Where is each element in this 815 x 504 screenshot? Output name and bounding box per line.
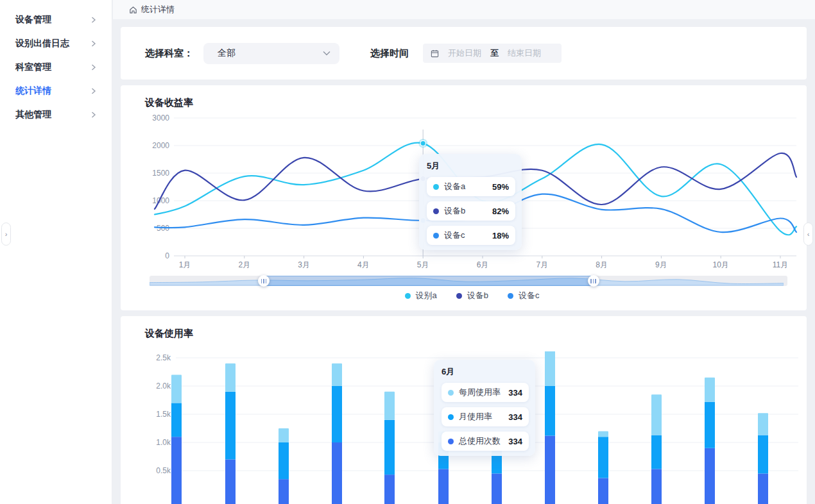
svg-text:9月: 9月 <box>655 260 667 269</box>
svg-text:1.0k: 1.0k <box>156 438 171 447</box>
svg-text:11月: 11月 <box>773 260 788 269</box>
date-start-placeholder[interactable]: 开始日期 <box>448 47 481 59</box>
series-dot <box>448 390 454 396</box>
svg-text:8月: 8月 <box>596 260 608 269</box>
sidebar-item-label: 其他管理 <box>15 109 51 121</box>
series-value: 82% <box>492 206 509 216</box>
chevron-right-icon <box>91 88 96 94</box>
home-icon[interactable] <box>129 6 137 14</box>
chevron-left-icon: ‹ <box>807 230 810 238</box>
chevron-down-icon <box>323 51 330 56</box>
tooltip-row: 月使用率 334 <box>442 407 529 426</box>
sidebar-item[interactable]: 统计详情 <box>0 79 112 103</box>
svg-text:0: 0 <box>165 251 169 260</box>
legend-dot <box>456 293 462 299</box>
legend-item[interactable]: 设别a <box>405 290 437 301</box>
svg-text:2000: 2000 <box>152 141 169 150</box>
series-label: 每周使用率 <box>459 387 501 398</box>
svg-text:0.5k: 0.5k <box>156 466 171 475</box>
series-label: 月使用率 <box>459 411 492 423</box>
svg-text:6月: 6月 <box>477 260 489 269</box>
series-value: 59% <box>492 182 509 192</box>
tooltip-row: 设备a 59% <box>427 177 515 196</box>
series-value: 334 <box>508 437 522 446</box>
date-end-placeholder[interactable]: 结束日期 <box>508 47 541 59</box>
chart-legend: 设别a 设备b 设备c <box>145 290 799 301</box>
datazoom-right-handle[interactable] <box>588 275 599 287</box>
legend-label: 设别a <box>416 290 437 301</box>
revenue-tooltip: 5月 设备a 59% 设备b 82% 设备c 18% <box>419 154 522 250</box>
svg-text:5月: 5月 <box>417 260 429 269</box>
revenue-chart-title: 设备收益率 <box>145 97 799 109</box>
svg-text:3000: 3000 <box>152 113 169 122</box>
sidebar-item-label: 统计详情 <box>15 85 51 97</box>
series-dot <box>448 414 454 420</box>
svg-text:4月: 4月 <box>357 260 370 269</box>
svg-text:7月: 7月 <box>536 260 548 269</box>
breadcrumb-label: 统计详情 <box>141 4 175 15</box>
dept-select-value: 全部 <box>218 47 236 59</box>
sidebar-item[interactable]: 设别出借日志 <box>0 31 112 55</box>
series-label: 总使用次数 <box>459 435 501 447</box>
legend-item[interactable]: 设备c <box>508 290 540 301</box>
tooltip-row: 总使用次数 334 <box>442 432 529 451</box>
series-label: 设备c <box>444 230 465 241</box>
expand-left-panel-button[interactable]: › <box>1 223 11 246</box>
calendar-icon <box>431 49 439 58</box>
datazoom-window[interactable] <box>264 276 594 286</box>
usage-tooltip: 6月 每周使用率 334 月使用率 334 总使用次数 334 <box>434 360 535 456</box>
revenue-chart-card: 设备收益率 300020001500100050001月2月3月4月5月6月7月… <box>121 85 807 310</box>
svg-text:10月: 10月 <box>713 260 729 269</box>
svg-text:1500: 1500 <box>152 169 169 178</box>
sidebar-item[interactable]: 设备管理 <box>0 8 112 31</box>
main-area: 统计详情 选择科室： 全部 选择时间 开始日期 至 结束日期 <box>113 0 815 504</box>
time-filter-label: 选择时间 <box>370 47 409 60</box>
series-value: 18% <box>492 231 509 240</box>
series-label: 设备a <box>444 181 465 192</box>
tooltip-row: 设备b 82% <box>427 201 515 221</box>
svg-text:3月: 3月 <box>298 260 310 269</box>
tooltip-title: 6月 <box>442 366 529 378</box>
legend-item[interactable]: 设备b <box>456 290 488 301</box>
legend-dot <box>508 293 513 299</box>
legend-label: 设备b <box>467 290 488 301</box>
series-label: 设备b <box>444 205 465 217</box>
chevron-right-icon: › <box>5 230 8 238</box>
series-dot <box>448 439 454 444</box>
svg-text:1.5k: 1.5k <box>156 410 171 419</box>
sidebar-item[interactable]: 其他管理 <box>0 103 112 126</box>
collapse-right-panel-button[interactable]: ‹ <box>803 223 813 246</box>
chevron-right-icon <box>91 112 96 118</box>
series-dot <box>433 208 439 214</box>
legend-label: 设备c <box>519 290 540 301</box>
series-value: 334 <box>508 388 522 398</box>
legend-dot <box>405 293 411 299</box>
breadcrumb: 统计详情 <box>113 0 815 19</box>
series-dot <box>433 184 439 190</box>
sidebar-item-label: 设别出借日志 <box>15 38 69 49</box>
sidebar-item[interactable]: 科室管理 <box>0 55 112 79</box>
date-separator: 至 <box>490 47 499 59</box>
usage-chart-card: 设备使用率 2.5k2.0k1.5k1.0k0.5k 6月 每周使用率 334 … <box>121 316 807 504</box>
chevron-right-icon <box>91 17 96 23</box>
tooltip-title: 5月 <box>427 160 515 172</box>
sidebar-item-label: 设备管理 <box>15 14 51 26</box>
svg-text:2.5k: 2.5k <box>156 353 171 362</box>
sidebar: 设备管理 设别出借日志 科室管理 统计详情 其他管理 <box>0 0 112 504</box>
svg-text:2.0k: 2.0k <box>156 382 171 391</box>
chevron-right-icon <box>91 64 96 71</box>
usage-chart-title: 设备使用率 <box>145 328 799 340</box>
svg-text:2月: 2月 <box>238 260 250 269</box>
dept-filter-label: 选择科室： <box>145 47 193 60</box>
date-range-picker[interactable]: 开始日期 至 结束日期 <box>423 44 562 63</box>
svg-text:1月: 1月 <box>179 260 191 269</box>
series-value: 334 <box>508 412 522 422</box>
tooltip-row: 设备c 18% <box>427 226 515 245</box>
chevron-right-icon <box>91 40 96 47</box>
tooltip-row: 每周使用率 334 <box>442 383 529 402</box>
dept-select[interactable]: 全部 <box>203 43 339 64</box>
datazoom-left-handle[interactable] <box>258 275 270 287</box>
datazoom-slider[interactable] <box>150 276 787 286</box>
series-dot <box>433 233 439 239</box>
filter-bar: 选择科室： 全部 选择时间 开始日期 至 结束日期 <box>121 27 807 80</box>
